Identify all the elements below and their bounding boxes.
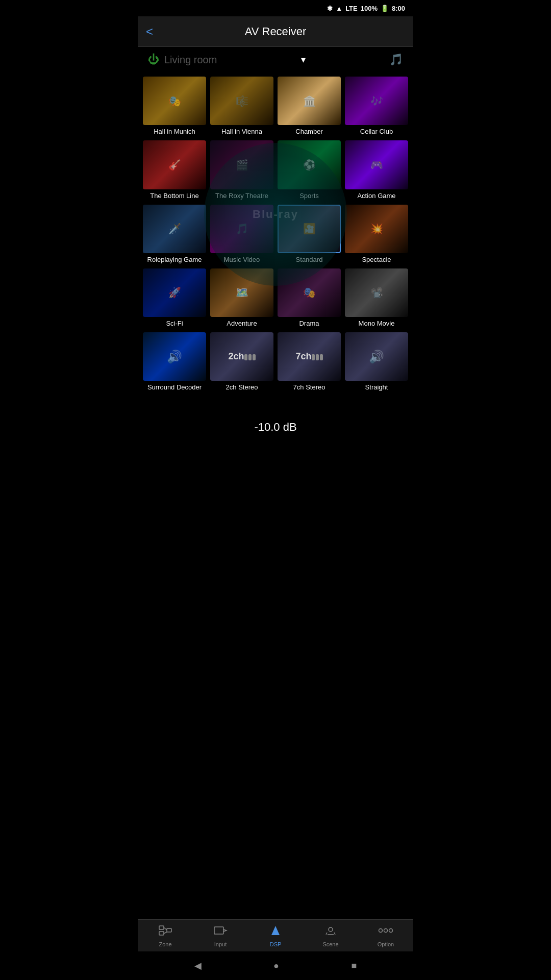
scene-icon-hall-munich: 🎭 <box>168 95 181 107</box>
grid-item-roxy-theatre[interactable]: 🎬The Roxy Theatre <box>210 140 273 200</box>
scene-icon-bottom-line: 🎸 <box>168 159 181 171</box>
grid-label-straight: Straight <box>365 383 388 392</box>
speaker-icon-surround-decoder: 🔊 <box>167 350 182 364</box>
grid-item-music-video[interactable]: 🎵Music Video <box>210 205 273 264</box>
grid-label-roleplaying-game: Roleplaying Game <box>147 256 202 264</box>
scene-icon-drama: 🎭 <box>303 286 316 299</box>
scene-grid: 🎭Hall in Munich🎼Hall in Vienna🏛️Chamber🎶… <box>138 72 413 396</box>
header: < AV Receiver <box>138 16 413 47</box>
scene-icon-roleplaying-game: 🗡️ <box>168 223 181 235</box>
grid-label-mono-movie: Mono Movie <box>359 320 395 328</box>
grid-item-hall-vienna[interactable]: 🎼Hall in Vienna <box>210 77 273 136</box>
main-content: Blu-ray -10.0 dB 🎭Hall in Munich🎼Hall in… <box>138 72 413 462</box>
grid-item-cellar-club[interactable]: 🎶Cellar Club <box>345 77 408 136</box>
grid-item-scifi[interactable]: 🚀Sci-Fi <box>143 268 206 328</box>
scene-icon-hall-vienna: 🎼 <box>236 95 248 107</box>
page-title: AV Receiver <box>245 25 307 38</box>
room-name: Living room <box>164 54 217 66</box>
scene-icon-roxy-theatre: 🎬 <box>236 159 248 171</box>
ch-label-7ch-stereo: 7ch <box>295 351 311 362</box>
grid-item-chamber[interactable]: 🏛️Chamber <box>278 77 341 136</box>
status-icons: ✱ ▲ LTE 100% 🔋 8:00 <box>327 5 405 12</box>
speaker-icon-straight: 🔊 <box>369 350 384 364</box>
grid-item-hall-munich[interactable]: 🎭Hall in Munich <box>143 77 206 136</box>
grid-label-adventure: Adventure <box>227 320 257 328</box>
grid-item-mono-movie[interactable]: 📽️Mono Movie <box>345 268 408 328</box>
grid-label-scifi: Sci-Fi <box>166 320 183 328</box>
grid-item-standard[interactable]: 🎦Standard <box>278 205 341 264</box>
scene-icon-scifi: 🚀 <box>168 286 181 299</box>
grid-label-standard: Standard <box>296 256 323 264</box>
wifi-icon: ▲ <box>336 5 342 12</box>
grid-item-7ch-stereo[interactable]: 7ch7ch Stereo <box>278 332 341 392</box>
grid-label-action-game: Action Game <box>357 192 395 201</box>
grid-label-music-video: Music Video <box>224 256 260 264</box>
grid-item-spectacle[interactable]: 💥Spectacle <box>345 205 408 264</box>
grid-item-bottom-line[interactable]: 🎸The Bottom Line <box>143 140 206 200</box>
scene-icon-cellar-club: 🎶 <box>370 95 383 107</box>
grid-label-2ch-stereo: 2ch Stereo <box>226 383 258 392</box>
grid-label-hall-munich: Hall in Munich <box>154 128 195 136</box>
chevron-down-icon[interactable]: ▾ <box>301 54 306 65</box>
grid-label-spectacle: Spectacle <box>362 256 391 264</box>
grid-item-surround-decoder[interactable]: 🔊Surround Decoder <box>143 332 206 392</box>
grid-label-sports: Sports <box>299 192 319 201</box>
grid-item-drama[interactable]: 🎭Drama <box>278 268 341 328</box>
scene-icon-adventure: 🗺️ <box>236 286 248 299</box>
volume-overlay: -10.0 dB <box>248 419 303 436</box>
scene-icon-mono-movie: 📽️ <box>370 286 383 299</box>
scene-icon-sports: ⚽ <box>303 159 316 171</box>
grid-item-roleplaying-game[interactable]: 🗡️Roleplaying Game <box>143 205 206 264</box>
scene-icon-standard: 🎦 <box>303 223 316 235</box>
grid-label-bottom-line: The Bottom Line <box>150 192 198 201</box>
bluetooth-icon: ✱ <box>327 5 333 12</box>
grid-label-drama: Drama <box>299 320 319 328</box>
music-icon: 🎵 <box>389 53 403 66</box>
battery-percent: 100% <box>361 5 378 12</box>
ch-label-2ch-stereo: 2ch <box>228 351 244 362</box>
power-icon: ⏻ <box>148 53 159 66</box>
grid-item-action-game[interactable]: 🎮Action Game <box>345 140 408 200</box>
scene-icon-chamber: 🏛️ <box>303 95 316 107</box>
scene-icon-music-video: 🎵 <box>236 223 248 235</box>
scene-icon-action-game: 🎮 <box>370 159 383 171</box>
grid-item-2ch-stereo[interactable]: 2ch2ch Stereo <box>210 332 273 392</box>
signal-icon: LTE <box>345 5 358 12</box>
grid-label-surround-decoder: Surround Decoder <box>147 383 202 392</box>
grid-item-adventure[interactable]: 🗺️Adventure <box>210 268 273 328</box>
grid-item-sports[interactable]: ⚽Sports <box>278 140 341 200</box>
grid-label-cellar-club: Cellar Club <box>360 128 393 136</box>
battery-icon: 🔋 <box>381 5 389 12</box>
back-button[interactable]: < <box>146 24 153 39</box>
scene-icon-spectacle: 💥 <box>370 223 383 235</box>
grid-label-chamber: Chamber <box>295 128 322 136</box>
grid-item-straight[interactable]: 🔊Straight <box>345 332 408 392</box>
status-bar: ✱ ▲ LTE 100% 🔋 8:00 <box>138 0 413 16</box>
room-selector[interactable]: ⏻ Living room ▾ 🎵 <box>138 47 413 72</box>
grid-label-7ch-stereo: 7ch Stereo <box>293 383 325 392</box>
grid-label-roxy-theatre: The Roxy Theatre <box>215 192 268 201</box>
clock: 8:00 <box>392 5 405 12</box>
grid-label-hall-vienna: Hall in Vienna <box>221 128 262 136</box>
